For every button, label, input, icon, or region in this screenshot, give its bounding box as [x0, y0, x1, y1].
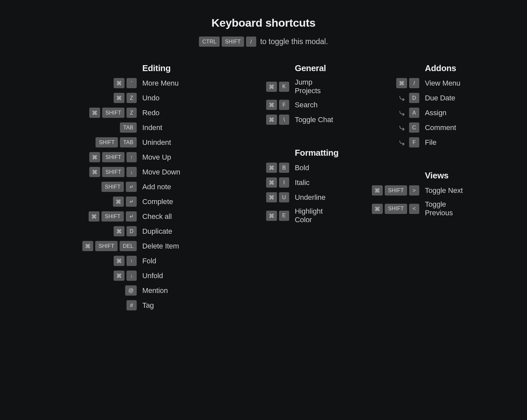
shortcut-label: Toggle Chat	[295, 116, 333, 124]
shortcut-label: Toggle Next	[425, 186, 463, 195]
shortcut-row: FFile	[351, 137, 473, 147]
section-title: Views	[425, 171, 473, 181]
key-char: <	[409, 204, 419, 214]
shortcut-label: Check all	[142, 212, 172, 221]
shortcut-row: SHIFT>Toggle Next	[351, 185, 473, 196]
shortcut-row: UUnderline	[209, 192, 338, 202]
key-char: >	[409, 185, 419, 196]
shortcut-label: Unfold	[142, 272, 163, 280]
key-shift: SHIFT	[95, 241, 118, 251]
section-editing: Editing ’More MenuZUndoSHIFTZRedoTABInde…	[54, 63, 196, 310]
key-char: C	[409, 122, 419, 133]
section-title: General	[295, 63, 338, 73]
shortcut-row: SHIFTCheck all	[54, 211, 196, 222]
key-del: DEL	[120, 241, 137, 251]
key-sequence	[54, 197, 137, 207]
key-cmd	[266, 211, 277, 221]
key-cmd	[266, 82, 277, 92]
shortcut-row: Complete	[54, 197, 196, 207]
key-down: ↓	[126, 167, 137, 177]
key-sequence: ’	[54, 78, 137, 88]
shortcut-row: SHIFT<Toggle Previous	[351, 200, 473, 217]
key-char: U	[279, 192, 289, 202]
shortcut-row: \Toggle Chat	[209, 115, 338, 125]
key-up: ↑	[126, 152, 137, 162]
key-cmd	[266, 192, 277, 202]
key-sequence: SHIFT↑	[54, 152, 137, 162]
shortcut-label: View Menu	[425, 79, 460, 88]
shortcut-label: Unindent	[142, 138, 171, 147]
key-char: Z	[126, 108, 137, 118]
key-cmd	[82, 241, 93, 251]
key-sequence: C	[351, 122, 419, 133]
key-sequence: K	[209, 82, 289, 92]
key-shift: SHIFT	[385, 204, 407, 214]
shortcut-label: Jump Projects	[295, 78, 338, 95]
shortcut-row: BBold	[209, 163, 338, 173]
key-at: @	[125, 285, 137, 296]
then-arrow-icon	[397, 108, 407, 118]
shortcut-label: Delete Item	[142, 242, 179, 250]
key-cmd	[89, 108, 100, 118]
key-sequence: D	[54, 226, 137, 236]
shortcut-label: Mention	[142, 286, 168, 295]
key-down: ↓	[126, 271, 137, 281]
shortcut-row: ↓Unfold	[54, 271, 196, 281]
key-tab: TAB	[120, 137, 137, 147]
key-sequence: SHIFT↓	[54, 167, 137, 177]
shortcut-label: Assign	[425, 109, 446, 117]
key-sequence: F	[351, 137, 419, 147]
shortcut-row: ’More Menu	[54, 78, 196, 88]
key-sequence: @	[54, 285, 137, 296]
shortcut-row: TABIndent	[54, 122, 196, 133]
key-hash: #	[126, 300, 137, 310]
key-char: D	[409, 93, 419, 103]
key-sequence: D	[351, 93, 419, 103]
key-char: /	[409, 78, 419, 88]
key-sequence: E	[209, 211, 289, 221]
shortcut-label: Toggle Previous	[425, 200, 473, 217]
key-cmd	[89, 167, 100, 177]
section-views: Views SHIFT>Toggle NextSHIFT<Toggle Prev…	[351, 171, 473, 217]
shortcut-row: DDue Date	[351, 93, 473, 103]
shortcut-label: Highlight Color	[295, 207, 338, 224]
key-sequence: SHIFT<	[351, 204, 419, 214]
key-cmd	[396, 78, 407, 88]
key-cmd	[372, 185, 383, 196]
key-cmd	[113, 197, 124, 207]
shortcut-label: Undo	[142, 94, 159, 102]
shortcut-label: Add note	[142, 183, 171, 191]
shortcut-label: Complete	[142, 197, 173, 206]
subtitle-text: to toggle this modal.	[260, 37, 328, 46]
shortcut-label: Due Date	[425, 94, 455, 102]
shortcut-label: Duplicate	[142, 227, 172, 236]
shortcut-label: Tag	[142, 301, 154, 310]
key-sequence: #	[54, 300, 137, 310]
shortcut-row: KJump Projects	[209, 78, 338, 95]
shortcut-row: SHIFTAdd note	[54, 182, 196, 192]
key-cmd	[89, 211, 99, 222]
key-cmd	[114, 271, 125, 281]
key-cmd	[114, 93, 125, 103]
key-sequence: A	[351, 108, 419, 118]
shortcut-row: @Mention	[54, 285, 196, 296]
key-sequence: SHIFT	[54, 211, 137, 222]
shortcut-label: Italic	[295, 178, 310, 187]
key-sequence: U	[209, 192, 289, 202]
key-cmd	[266, 177, 277, 188]
key-sequence: I	[209, 177, 289, 188]
section-general: General KJump ProjectsFSearch\Toggle Cha…	[209, 63, 338, 125]
shortcut-label: Search	[295, 101, 318, 109]
key-sequence: TAB	[54, 122, 137, 133]
shortcut-row: SHIFT↓Move Down	[54, 167, 196, 177]
shortcut-row: SHIFTDELDelete Item	[54, 241, 196, 251]
key-shift: SHIFT	[222, 37, 244, 47]
shortcut-row: DDuplicate	[54, 226, 196, 236]
key-sequence: Z	[54, 93, 137, 103]
key-char: A	[409, 108, 419, 118]
key-char: D	[126, 226, 137, 236]
modal-title: Keyboard shortcuts	[49, 16, 478, 29]
shortcut-row: SHIFT↑Move Up	[54, 152, 196, 162]
section-title: Formatting	[295, 148, 338, 158]
key-cmd	[372, 204, 383, 214]
